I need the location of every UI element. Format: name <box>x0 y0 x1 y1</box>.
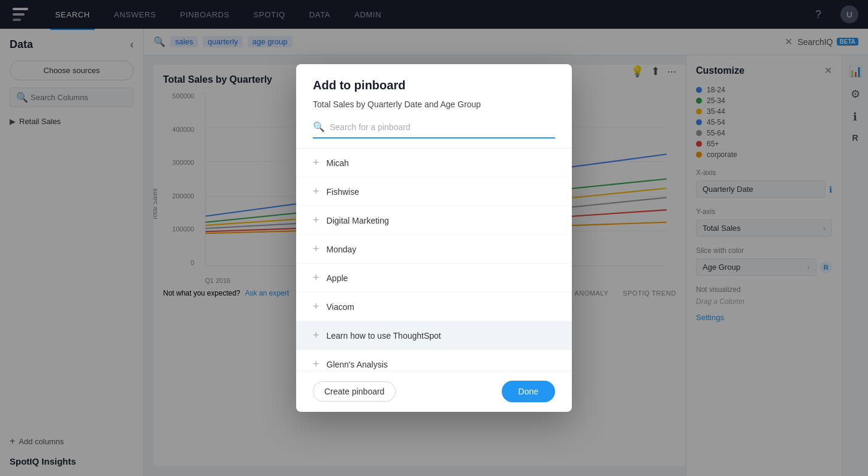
pinboard-name-digital-marketing: Digital Marketing <box>327 216 389 225</box>
pinboard-item-glenns-analysis[interactable]: + Glenn's Analysis <box>296 350 572 370</box>
pinboard-name-fishwise: Fishwise <box>327 187 359 197</box>
modal-header: Add to pinboard Total Sales by Quarterly… <box>296 64 572 149</box>
pinboard-name-monday: Monday <box>327 245 357 254</box>
done-button[interactable]: Done <box>502 381 555 402</box>
pinboard-item-monday[interactable]: + Monday <box>296 235 572 264</box>
create-pinboard-button[interactable]: Create pinboard <box>313 381 396 402</box>
pinboard-name-viacom: Viacom <box>327 302 354 312</box>
pinboard-item-digital-marketing[interactable]: + Digital Marketing <box>296 206 572 235</box>
modal-overlay: Add to pinboard Total Sales by Quarterly… <box>0 0 868 476</box>
pinboard-item-viacom[interactable]: + Viacom <box>296 293 572 321</box>
modal-search: 🔍 <box>313 116 555 138</box>
plus-icon-thoughtspot: + <box>313 329 320 342</box>
plus-icon-viacom: + <box>313 300 320 313</box>
plus-icon-apple: + <box>313 272 320 284</box>
plus-icon-digital-marketing: + <box>313 214 320 227</box>
pinboard-name-glenns-analysis: Glenn's Analysis <box>327 360 388 369</box>
modal-search-input[interactable] <box>330 122 555 132</box>
pinboard-item-fishwise[interactable]: + Fishwise <box>296 177 572 206</box>
modal-footer: Create pinboard Done <box>296 370 572 412</box>
modal-title: Add to pinboard <box>313 79 555 92</box>
pinboard-name-apple: Apple <box>327 273 348 283</box>
plus-icon-monday: + <box>313 243 320 255</box>
plus-icon-glenns-analysis: + <box>313 358 320 370</box>
plus-icon-micah: + <box>313 156 320 169</box>
modal: Add to pinboard Total Sales by Quarterly… <box>296 64 572 412</box>
pinboard-name-micah: Micah <box>327 158 349 168</box>
modal-list: + Micah + Fishwise + Digital Marketing +… <box>296 149 572 370</box>
plus-icon-fishwise: + <box>313 185 320 198</box>
pinboard-item-thoughtspot[interactable]: + Learn how to use ThoughtSpot <box>296 321 572 350</box>
modal-search-icon: 🔍 <box>313 121 325 132</box>
pinboard-item-apple[interactable]: + Apple <box>296 264 572 293</box>
modal-subtitle: Total Sales by Quarterly Date and Age Gr… <box>313 100 555 109</box>
pinboard-name-thoughtspot: Learn how to use ThoughtSpot <box>327 331 441 341</box>
pinboard-item-micah[interactable]: + Micah <box>296 149 572 177</box>
